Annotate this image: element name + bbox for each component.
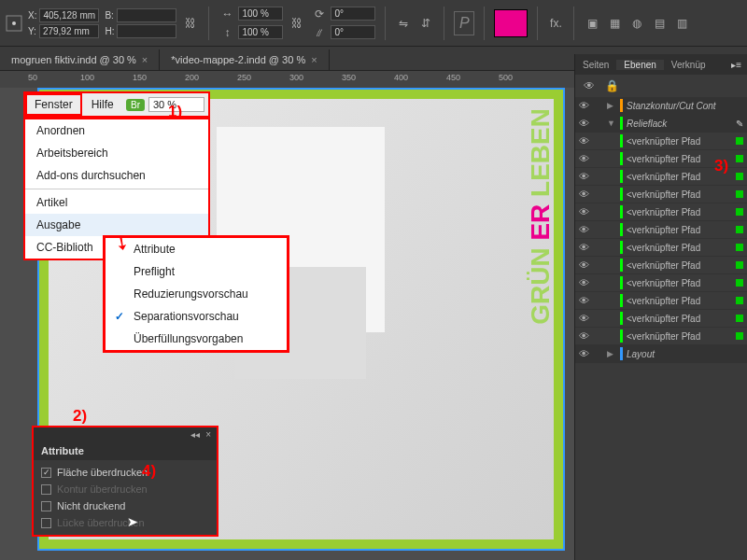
- layer-item[interactable]: 👁 <verknüpfter Pfad: [575, 257, 747, 274]
- tab-verknuep[interactable]: Verknüp: [664, 60, 713, 70]
- top-toolbar: X: Y: B: H: ⛓ ↔ ↕ ⛓ ⟳ ⫽ ⇋ ⇵ P fx. ▣ ▦ ◍ …: [0, 0, 747, 47]
- selection-dot[interactable]: [736, 208, 743, 216]
- link-icon[interactable]: ⛓: [182, 15, 199, 32]
- scale-x-input[interactable]: [238, 7, 283, 21]
- w-input[interactable]: [117, 8, 176, 22]
- visibility-icon[interactable]: 👁: [579, 171, 590, 182]
- panel-menu-icon[interactable]: ▸≡: [726, 60, 747, 70]
- selection-dot[interactable]: [736, 173, 743, 180]
- visibility-icon[interactable]: 👁: [579, 206, 590, 217]
- visibility-icon[interactable]: 👁: [579, 100, 590, 111]
- selection-dot[interactable]: [736, 244, 743, 251]
- rotate-input[interactable]: [331, 7, 375, 21]
- ruler-tick: 300: [289, 73, 303, 82]
- layer-item[interactable]: 👁 <verknüpfter Pfad: [575, 203, 747, 221]
- text-wrap-none-icon[interactable]: ▣: [584, 15, 600, 32]
- submenu-item-separationsvorschau[interactable]: Separationsvorschau: [106, 305, 287, 328]
- shear-input[interactable]: [331, 25, 375, 39]
- layer-row[interactable]: 👁▶Stanzkontur/Cut Cont: [575, 97, 747, 115]
- visibility-icon[interactable]: 👁: [579, 135, 590, 147]
- selection-dot[interactable]: [736, 261, 743, 269]
- bridge-badge[interactable]: Br: [126, 99, 145, 111]
- layer-item[interactable]: 👁 <verknüpfter Pfad: [575, 239, 747, 257]
- link-scale-icon[interactable]: ⛓: [289, 15, 305, 32]
- text-wrap-shape-icon[interactable]: ◍: [628, 15, 645, 32]
- menu-item-ausgabe[interactable]: Ausgabe: [25, 214, 208, 236]
- layer-row[interactable]: 👁▼Relieflack✎: [575, 115, 747, 133]
- paragraph-style-icon[interactable]: P: [454, 11, 474, 35]
- x-input[interactable]: [39, 8, 99, 22]
- layer-item[interactable]: 👁 <verknüpfter Pfad: [575, 328, 747, 345]
- attr-row[interactable]: Nicht druckend: [41, 497, 209, 514]
- submenu-item-attribute[interactable]: Attribute: [106, 238, 287, 260]
- layer-item[interactable]: 👁 <verknüpfter Pfad: [575, 292, 747, 310]
- selection-dot[interactable]: [736, 332, 743, 340]
- menu-fenster[interactable]: Fenster: [25, 93, 82, 116]
- visibility-icon[interactable]: 👁: [579, 348, 590, 359]
- submenu-item-überfüllungsvorgaben[interactable]: Überfüllungsvorgaben: [106, 328, 287, 350]
- scale-y-input[interactable]: [238, 25, 283, 39]
- y-input[interactable]: [39, 24, 99, 38]
- reference-point[interactable]: [6, 15, 22, 32]
- visibility-icon[interactable]: 👁: [579, 313, 590, 324]
- visibility-icon[interactable]: 👁: [579, 330, 590, 342]
- menu-item-artikel[interactable]: Artikel: [25, 191, 208, 214]
- twist-icon[interactable]: ▶: [607, 101, 616, 110]
- visibility-icon[interactable]: 👁: [579, 259, 590, 271]
- annotation-2: 2): [73, 407, 87, 426]
- tab-seiten[interactable]: Seiten: [575, 60, 616, 70]
- attr-label: Nicht druckend: [57, 500, 125, 511]
- flip-v-icon[interactable]: ⇵: [417, 15, 434, 32]
- tab-ebenen[interactable]: Ebenen: [616, 60, 663, 70]
- checkbox[interactable]: [41, 468, 51, 478]
- visibility-icon[interactable]: 👁: [579, 277, 590, 288]
- menu-hilfe[interactable]: Hilfe: [82, 98, 123, 111]
- text-wrap-jump-icon[interactable]: ▤: [651, 15, 668, 32]
- collapse-icon[interactable]: ◂◂: [190, 429, 200, 440]
- selection-dot[interactable]: [736, 190, 743, 198]
- h-input[interactable]: [117, 24, 176, 38]
- twist-icon[interactable]: ▼: [607, 119, 616, 128]
- attr-row[interactable]: Fläche überdrucken: [41, 464, 209, 481]
- visibility-icon[interactable]: 👁: [579, 118, 590, 129]
- visibility-icon[interactable]: 👁: [579, 242, 590, 253]
- visibility-icon[interactable]: 👁: [579, 224, 590, 235]
- submenu-item-reduzierungsvorschau[interactable]: Reduzierungsvorschau: [106, 283, 287, 305]
- submenu-item-preflight[interactable]: Preflight: [106, 260, 287, 283]
- selection-dot[interactable]: [736, 226, 743, 233]
- close-icon[interactable]: ×: [142, 54, 148, 65]
- layer-item[interactable]: 👁 <verknüpfter Pfad: [575, 186, 747, 203]
- layer-name: <verknüpfter Pfad: [627, 260, 732, 271]
- visibility-icon[interactable]: 👁: [579, 153, 590, 164]
- eye-icon[interactable]: 👁: [581, 77, 598, 94]
- reference-point-icon: [6, 15, 22, 32]
- close-icon[interactable]: ×: [205, 429, 211, 440]
- layer-item[interactable]: 👁 <verknüpfter Pfad: [575, 221, 747, 239]
- doc-tab-2[interactable]: *video-mappe-2.indd @ 30 %×: [160, 49, 329, 70]
- layer-item[interactable]: 👁 <verknüpfter Pfad: [575, 274, 747, 292]
- text-wrap-bbox-icon[interactable]: ▦: [606, 15, 623, 32]
- menu-item-arbeitsbereich[interactable]: Arbeitsbereich: [25, 142, 208, 164]
- visibility-icon[interactable]: 👁: [579, 189, 590, 200]
- checkbox[interactable]: [41, 501, 51, 511]
- doc-tab-1[interactable]: mogruen fiktiv.indd @ 30 %×: [0, 49, 160, 70]
- flip-h-icon[interactable]: ⇋: [395, 15, 412, 32]
- selection-dot[interactable]: [736, 155, 743, 162]
- visibility-icon[interactable]: 👁: [579, 295, 590, 306]
- layer-item[interactable]: 👁 <verknüpfter Pfad: [575, 310, 747, 328]
- menu-item-add-ons-durchsuchen[interactable]: Add-ons durchsuchen: [25, 164, 208, 187]
- effects-icon[interactable]: fx.: [547, 15, 564, 32]
- twist-icon[interactable]: ▶: [607, 349, 616, 358]
- menu-item-anordnen[interactable]: Anordnen: [25, 119, 208, 142]
- selection-dot[interactable]: [736, 297, 743, 304]
- layer-item[interactable]: 👁 <verknüpfter Pfad: [575, 133, 747, 150]
- layer-row[interactable]: 👁▶Layout: [575, 345, 747, 363]
- text-wrap-next-icon[interactable]: ▥: [673, 15, 690, 32]
- close-icon[interactable]: ×: [311, 54, 317, 65]
- lock-icon[interactable]: 🔒: [603, 77, 620, 94]
- selection-dot[interactable]: [736, 279, 743, 287]
- selection-dot[interactable]: [736, 315, 743, 322]
- selection-dot[interactable]: [736, 137, 743, 145]
- fill-swatch[interactable]: [494, 9, 528, 37]
- layer-name: <verknüpfter Pfad: [627, 136, 732, 147]
